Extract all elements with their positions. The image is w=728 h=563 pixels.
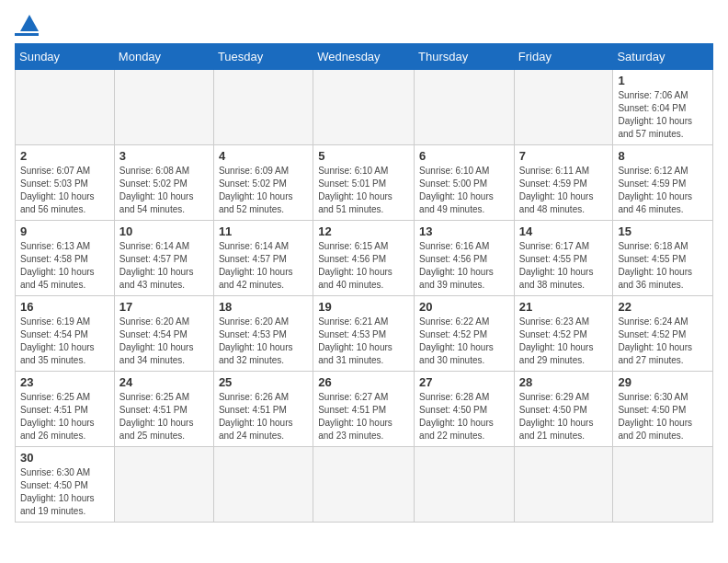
- day-number: 19: [318, 300, 409, 314]
- day-info: Sunrise: 6:13 AM Sunset: 4:58 PM Dayligh…: [20, 240, 109, 292]
- day-info: Sunrise: 6:08 AM Sunset: 5:02 PM Dayligh…: [119, 165, 209, 216]
- calendar-cell: [415, 70, 515, 145]
- calendar-cell: 26Sunrise: 6:27 AM Sunset: 4:51 PM Dayli…: [313, 372, 415, 447]
- calendar-cell: [313, 70, 415, 145]
- logo-underline: [15, 33, 39, 36]
- day-info: Sunrise: 6:19 AM Sunset: 4:54 PM Dayligh…: [20, 316, 109, 367]
- day-number: 28: [519, 375, 609, 389]
- day-info: Sunrise: 6:26 AM Sunset: 4:51 PM Dayligh…: [219, 391, 308, 442]
- day-number: 13: [419, 224, 509, 238]
- day-number: 17: [119, 300, 209, 314]
- calendar-cell: 17Sunrise: 6:20 AM Sunset: 4:54 PM Dayli…: [114, 296, 213, 372]
- day-info: Sunrise: 6:20 AM Sunset: 4:53 PM Dayligh…: [219, 316, 308, 367]
- calendar-cell: 2Sunrise: 6:07 AM Sunset: 5:03 PM Daylig…: [16, 145, 115, 221]
- calendar-cell: 8Sunrise: 6:12 AM Sunset: 4:59 PM Daylig…: [613, 145, 713, 221]
- day-number: 8: [618, 149, 708, 163]
- col-header-wednesday: Wednesday: [313, 44, 415, 70]
- day-number: 20: [419, 300, 509, 314]
- calendar-cell: [114, 447, 213, 523]
- calendar-cell: [514, 70, 613, 145]
- day-number: 12: [318, 224, 409, 238]
- calendar-cell: [114, 70, 213, 145]
- calendar-week-row: 1Sunrise: 7:06 AM Sunset: 6:04 PM Daylig…: [16, 70, 713, 145]
- day-info: Sunrise: 6:15 AM Sunset: 4:56 PM Dayligh…: [318, 240, 409, 292]
- calendar-cell: [613, 447, 713, 523]
- day-number: 5: [318, 149, 409, 163]
- day-number: 6: [419, 149, 509, 163]
- day-number: 2: [20, 149, 109, 163]
- calendar-cell: 15Sunrise: 6:18 AM Sunset: 4:55 PM Dayli…: [613, 221, 713, 296]
- day-info: Sunrise: 6:18 AM Sunset: 4:55 PM Dayligh…: [618, 240, 708, 292]
- col-header-saturday: Saturday: [613, 44, 713, 70]
- day-info: Sunrise: 7:06 AM Sunset: 6:04 PM Dayligh…: [618, 89, 708, 141]
- col-header-monday: Monday: [114, 44, 213, 70]
- calendar-cell: [16, 70, 115, 145]
- day-info: Sunrise: 6:22 AM Sunset: 4:52 PM Dayligh…: [419, 316, 509, 367]
- day-number: 26: [318, 375, 409, 389]
- day-info: Sunrise: 6:27 AM Sunset: 4:51 PM Dayligh…: [318, 391, 409, 442]
- calendar-cell: 12Sunrise: 6:15 AM Sunset: 4:56 PM Dayli…: [313, 221, 415, 296]
- day-info: Sunrise: 6:28 AM Sunset: 4:50 PM Dayligh…: [419, 391, 509, 442]
- day-info: Sunrise: 6:09 AM Sunset: 5:02 PM Dayligh…: [219, 165, 308, 216]
- day-number: 1: [618, 74, 708, 87]
- day-number: 11: [219, 224, 308, 238]
- day-number: 15: [618, 224, 708, 238]
- day-info: Sunrise: 6:16 AM Sunset: 4:56 PM Dayligh…: [419, 240, 509, 292]
- calendar-cell: 24Sunrise: 6:25 AM Sunset: 4:51 PM Dayli…: [114, 372, 213, 447]
- calendar-week-row: 30Sunrise: 6:30 AM Sunset: 4:50 PM Dayli…: [16, 447, 713, 523]
- day-number: 9: [20, 224, 109, 238]
- calendar-cell: 20Sunrise: 6:22 AM Sunset: 4:52 PM Dayli…: [415, 296, 515, 372]
- day-info: Sunrise: 6:07 AM Sunset: 5:03 PM Dayligh…: [20, 165, 109, 216]
- day-info: Sunrise: 6:30 AM Sunset: 4:50 PM Dayligh…: [20, 466, 109, 518]
- col-header-sunday: Sunday: [16, 44, 115, 70]
- calendar-week-row: 9Sunrise: 6:13 AM Sunset: 4:58 PM Daylig…: [16, 221, 713, 296]
- calendar-cell: 11Sunrise: 6:14 AM Sunset: 4:57 PM Dayli…: [213, 221, 313, 296]
- day-info: Sunrise: 6:30 AM Sunset: 4:50 PM Dayligh…: [618, 391, 708, 442]
- day-info: Sunrise: 6:11 AM Sunset: 4:59 PM Dayligh…: [519, 165, 609, 216]
- day-number: 29: [618, 375, 708, 389]
- calendar-cell: 27Sunrise: 6:28 AM Sunset: 4:50 PM Dayli…: [415, 372, 515, 447]
- day-number: 3: [119, 149, 209, 163]
- calendar-cell: 22Sunrise: 6:24 AM Sunset: 4:52 PM Dayli…: [613, 296, 713, 372]
- day-info: Sunrise: 6:14 AM Sunset: 4:57 PM Dayligh…: [219, 240, 308, 292]
- calendar-cell: 1Sunrise: 7:06 AM Sunset: 6:04 PM Daylig…: [613, 70, 713, 145]
- day-number: 7: [519, 149, 609, 163]
- day-info: Sunrise: 6:25 AM Sunset: 4:51 PM Dayligh…: [119, 391, 209, 442]
- calendar-cell: 16Sunrise: 6:19 AM Sunset: 4:54 PM Dayli…: [16, 296, 115, 372]
- day-number: 18: [219, 300, 308, 314]
- day-info: Sunrise: 6:24 AM Sunset: 4:52 PM Dayligh…: [618, 316, 708, 367]
- calendar-header-row: SundayMondayTuesdayWednesdayThursdayFrid…: [16, 44, 713, 70]
- day-number: 27: [419, 375, 509, 389]
- calendar-cell: 3Sunrise: 6:08 AM Sunset: 5:02 PM Daylig…: [114, 145, 213, 221]
- day-number: 10: [119, 224, 209, 238]
- calendar-cell: 6Sunrise: 6:10 AM Sunset: 5:00 PM Daylig…: [415, 145, 515, 221]
- day-number: 23: [20, 375, 109, 389]
- calendar-cell: 21Sunrise: 6:23 AM Sunset: 4:52 PM Dayli…: [514, 296, 613, 372]
- calendar-cell: 14Sunrise: 6:17 AM Sunset: 4:55 PM Dayli…: [514, 221, 613, 296]
- calendar-cell: 9Sunrise: 6:13 AM Sunset: 4:58 PM Daylig…: [16, 221, 115, 296]
- day-info: Sunrise: 6:21 AM Sunset: 4:53 PM Dayligh…: [318, 316, 409, 367]
- calendar-cell: 23Sunrise: 6:25 AM Sunset: 4:51 PM Dayli…: [16, 372, 115, 447]
- day-number: 25: [219, 375, 308, 389]
- col-header-tuesday: Tuesday: [213, 44, 313, 70]
- calendar-week-row: 2Sunrise: 6:07 AM Sunset: 5:03 PM Daylig…: [16, 145, 713, 221]
- calendar-cell: 28Sunrise: 6:29 AM Sunset: 4:50 PM Dayli…: [514, 372, 613, 447]
- calendar-cell: [514, 447, 613, 523]
- calendar-cell: 7Sunrise: 6:11 AM Sunset: 4:59 PM Daylig…: [514, 145, 613, 221]
- day-info: Sunrise: 6:17 AM Sunset: 4:55 PM Dayligh…: [519, 240, 609, 292]
- day-info: Sunrise: 6:29 AM Sunset: 4:50 PM Dayligh…: [519, 391, 609, 442]
- calendar-cell: 13Sunrise: 6:16 AM Sunset: 4:56 PM Dayli…: [415, 221, 515, 296]
- calendar-cell: 19Sunrise: 6:21 AM Sunset: 4:53 PM Dayli…: [313, 296, 415, 372]
- page-header: [15, 15, 713, 36]
- day-info: Sunrise: 6:12 AM Sunset: 4:59 PM Dayligh…: [618, 165, 708, 216]
- day-number: 30: [20, 451, 109, 465]
- day-number: 4: [219, 149, 308, 163]
- day-info: Sunrise: 6:25 AM Sunset: 4:51 PM Dayligh…: [20, 391, 109, 442]
- day-info: Sunrise: 6:20 AM Sunset: 4:54 PM Dayligh…: [119, 316, 209, 367]
- day-info: Sunrise: 6:10 AM Sunset: 5:00 PM Dayligh…: [419, 165, 509, 216]
- calendar-cell: [213, 70, 313, 145]
- calendar-cell: 4Sunrise: 6:09 AM Sunset: 5:02 PM Daylig…: [213, 145, 313, 221]
- day-info: Sunrise: 6:23 AM Sunset: 4:52 PM Dayligh…: [519, 316, 609, 367]
- calendar-cell: 29Sunrise: 6:30 AM Sunset: 4:50 PM Dayli…: [613, 372, 713, 447]
- logo-triangle-icon: [20, 15, 39, 31]
